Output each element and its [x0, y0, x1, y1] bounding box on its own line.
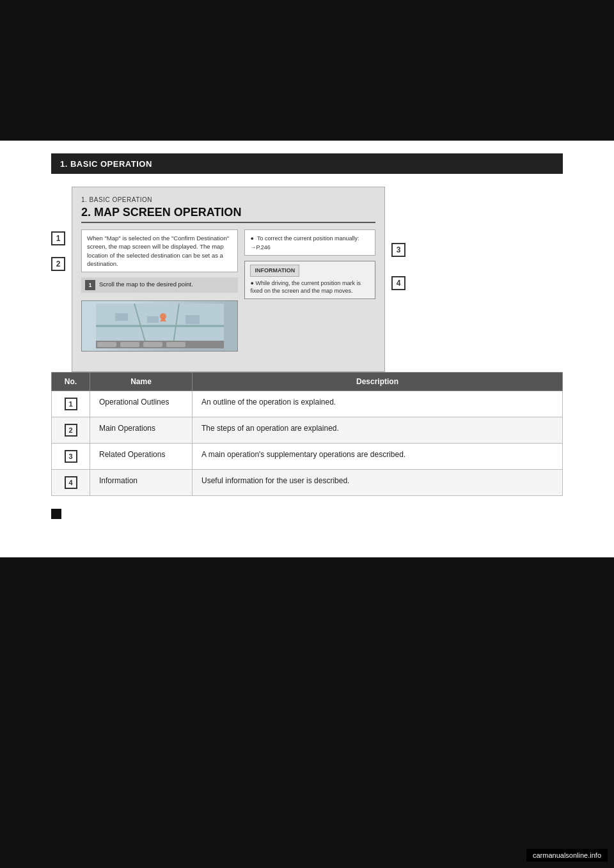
map-inner-detail: [82, 301, 237, 351]
step-text: Scroll the map to the desired point.: [99, 280, 193, 288]
info-box-header: INFORMATION: [250, 265, 299, 277]
related-ops-block: ● To correct the current position manual…: [244, 229, 375, 256]
step-num-1: 1: [85, 280, 95, 290]
svg-rect-13: [166, 342, 185, 347]
info-table: No. Name Description 1Operational Outlin…: [51, 372, 563, 496]
watermark: carmanualsonline.info: [526, 849, 608, 862]
num-badge: 3: [65, 450, 77, 463]
num-badge: 4: [65, 476, 77, 489]
left-labels: 1 2: [51, 187, 65, 271]
small-indicator: [51, 509, 563, 519]
col-header-name: Name: [90, 373, 193, 391]
cell-name: Information: [90, 470, 193, 496]
page-left-col: When "Map" is selected on the "Confirm D…: [81, 229, 238, 352]
table-row: 1Operational OutlinesAn outline of the o…: [52, 391, 563, 417]
section-header-text: 1. BASIC OPERATION: [51, 159, 152, 169]
right-labels: 3 4: [391, 187, 405, 290]
num-badge: 1: [65, 398, 77, 410]
svg-rect-4: [115, 313, 128, 321]
label-1: 1: [51, 231, 65, 245]
svg-rect-5: [147, 316, 159, 323]
info-box: INFORMATION ● While driving, the current…: [244, 261, 375, 299]
col-header-no: No.: [52, 373, 90, 391]
table-head: No. Name Description: [52, 373, 563, 391]
svg-rect-11: [120, 342, 139, 347]
table-body: 1Operational OutlinesAn outline of the o…: [52, 391, 563, 496]
svg-rect-10: [97, 342, 116, 347]
cell-description: A main operation's supplementary operati…: [193, 444, 563, 470]
section-header: 1. BASIC OPERATION: [51, 153, 563, 174]
label-3: 3: [391, 243, 405, 257]
diagram-wrapper: 1 2 1. BASIC OPERATION 2. MAP SCREEN OPE…: [51, 187, 563, 372]
page-title: 2. MAP SCREEN OPERATION: [81, 206, 375, 223]
cell-name: Related Operations: [90, 444, 193, 470]
label-4: 4: [391, 276, 405, 290]
bottom-black-area: [0, 557, 614, 868]
table-row: 2Main OperationsThe steps of an operatio…: [52, 417, 563, 444]
svg-point-8: [160, 313, 166, 320]
cell-description: An outline of the operation is explained…: [193, 391, 563, 417]
table-row: 4InformationUseful information for the u…: [52, 470, 563, 496]
col-header-description: Description: [193, 373, 563, 391]
cell-no: 1: [52, 391, 90, 417]
page-inner: When "Map" is selected on the "Confirm D…: [81, 229, 375, 352]
related-ops-text: To correct the current position manually…: [250, 235, 359, 251]
step-block: 1 Scroll the map to the desired point.: [81, 277, 238, 293]
svg-rect-6: [185, 315, 200, 324]
cell-name: Operational Outlines: [90, 391, 193, 417]
table-row: 3Related OperationsA main operation's su…: [52, 444, 563, 470]
text-block: When "Map" is selected on the "Confirm D…: [81, 229, 238, 272]
table-header-row: No. Name Description: [52, 373, 563, 391]
top-black-area: [0, 0, 614, 141]
cell-description: Useful information for the user is descr…: [193, 470, 563, 496]
text-block-content: When "Map" is selected on the "Confirm D…: [87, 235, 229, 267]
page-screenshot: 1. BASIC OPERATION 2. MAP SCREEN OPERATI…: [72, 187, 385, 372]
small-black-square: [51, 509, 61, 519]
cell-name: Main Operations: [90, 417, 193, 444]
info-bullet: ● While driving, the current position ma…: [250, 279, 370, 295]
map-placeholder: [81, 300, 238, 352]
label-2: 2: [51, 257, 65, 271]
main-content: 1. BASIC OPERATION 1 2 1. BASIC OPERATIO…: [0, 141, 614, 545]
cell-no: 2: [52, 417, 90, 444]
page-right-col: ● To correct the current position manual…: [244, 229, 375, 352]
page-top-label: 1. BASIC OPERATION: [81, 196, 375, 203]
page-wrapper: 1. BASIC OPERATION 1 2 1. BASIC OPERATIO…: [0, 0, 614, 868]
cell-no: 3: [52, 444, 90, 470]
map-svg: [96, 304, 224, 348]
cell-description: The steps of an operation are explained.: [193, 417, 563, 444]
svg-rect-12: [143, 342, 162, 347]
cell-no: 4: [52, 470, 90, 496]
num-badge: 2: [65, 424, 77, 437]
